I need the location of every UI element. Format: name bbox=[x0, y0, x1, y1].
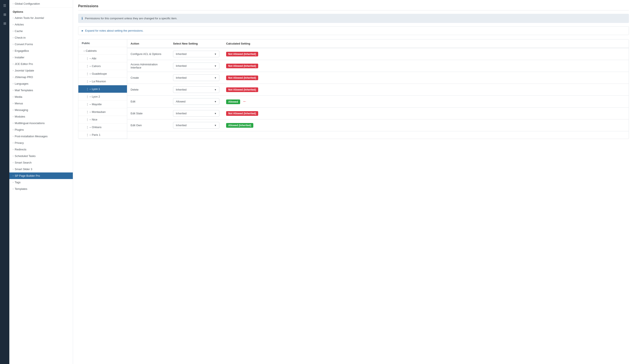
grid-icon-1[interactable]: ⊞ bbox=[1, 10, 9, 18]
select-setting-access-admin[interactable]: Inherited ▼ bbox=[170, 60, 223, 72]
sidebar-item-convert-forms[interactable]: ›Convert Forms bbox=[9, 41, 73, 48]
sidebar-item-plugins[interactable]: ›Plugins bbox=[9, 126, 73, 133]
info-box: ℹ Permissions for this component unless … bbox=[78, 14, 629, 23]
sidebar-item-articles[interactable]: ›Articles bbox=[9, 21, 73, 28]
dropdown-value-create: Inherited bbox=[176, 76, 187, 79]
dropdown-value-edit-state: Inherited bbox=[176, 112, 187, 115]
group-item-albi[interactable]: ⋮ – Albi bbox=[78, 55, 127, 62]
select-setting-configure-acl[interactable]: Inherited ▼ bbox=[170, 48, 223, 60]
chevron-right-icon: › bbox=[13, 82, 13, 85]
sidebar-item-installer[interactable]: ›Installer bbox=[9, 54, 73, 61]
select-setting-edit[interactable]: Allowed ▼ bbox=[170, 96, 223, 108]
sidebar: › Global Configuration Options ›Admin To… bbox=[9, 0, 73, 364]
chevron-right-icon: › bbox=[13, 89, 13, 92]
dropdown-edit[interactable]: Allowed ▼ bbox=[173, 98, 219, 105]
sidebar-item-scheduled-tasks[interactable]: ›Scheduled Tasks bbox=[9, 153, 73, 159]
calculated-setting-delete: Not Allowed (Inherited) bbox=[223, 84, 629, 96]
col-calculated: Calculated Setting bbox=[223, 40, 629, 48]
sidebar-item-messaging[interactable]: ›Messaging bbox=[9, 107, 73, 113]
sidebar-item-joomla-update[interactable]: ›Joomla! Update bbox=[9, 67, 73, 74]
dropdown-configure-acl[interactable]: Inherited ▼ bbox=[173, 51, 219, 57]
badge-delete: Not Allowed (Inherited) bbox=[226, 88, 258, 92]
sidebar-item-admin-tools[interactable]: ›Admin Tools for Joomla! bbox=[9, 15, 73, 21]
table-row: Edit Allowed ▼ Allowed ← bbox=[127, 96, 629, 108]
sidebar-item-label: Multilingual Associations bbox=[15, 122, 45, 125]
sidebar-item-multilingual-associations[interactable]: ›Multilingual Associations bbox=[9, 120, 73, 126]
dropdown-edit-own[interactable]: Inherited ▼ bbox=[173, 122, 219, 128]
info-text: Permissions for this component unless th… bbox=[85, 17, 177, 20]
group-item-la-reunion[interactable]: ⋮ – La Réunion bbox=[78, 78, 127, 85]
select-setting-edit-own[interactable]: Inherited ▼ bbox=[170, 120, 223, 131]
table-row: Create Inherited ▼ Not Allowed (Inherite… bbox=[127, 72, 629, 84]
group-item-nice[interactable]: ⋮ – Nice bbox=[78, 116, 127, 124]
group-item-cahors[interactable]: ⋮ – Cahors bbox=[78, 62, 127, 70]
sidebar-item-modules[interactable]: ›Modules bbox=[9, 113, 73, 120]
dropdown-arrow-create: ▼ bbox=[214, 76, 217, 79]
dropdown-value-delete: Inherited bbox=[176, 88, 187, 91]
group-item-guadeloupe[interactable]: ⋮ – Guadeloupe bbox=[78, 70, 127, 78]
chevron-right-icon: › bbox=[13, 168, 13, 170]
badge-configure-acl: Not Allowed (Inherited) bbox=[226, 52, 258, 56]
calculated-setting-edit: Allowed ← bbox=[223, 96, 629, 108]
sidebar-item-label: Smart Slider 3 bbox=[15, 168, 32, 171]
menu-icon[interactable]: ☰ bbox=[1, 2, 9, 9]
group-item-lyon-2[interactable]: ⋮ – Lyon 2 bbox=[78, 93, 127, 100]
main-content: Permissions ℹ Permissions for this compo… bbox=[73, 0, 634, 364]
sidebar-item-label: Admin Tools for Joomla! bbox=[15, 16, 44, 20]
sidebar-item-engagebox[interactable]: ›EngageBox bbox=[9, 48, 73, 54]
sidebar-item-label: Cache bbox=[15, 30, 23, 33]
group-item-mayotte[interactable]: ⋮ – Mayotte bbox=[78, 100, 127, 108]
group-item-public[interactable]: Public bbox=[78, 40, 127, 47]
sidebar-item-sp-page-builder-pro[interactable]: ›SP Page Builder Pro bbox=[9, 172, 73, 179]
chevron-right-icon: › bbox=[13, 109, 13, 111]
dropdown-delete[interactable]: Inherited ▼ bbox=[173, 86, 219, 93]
dropdown-edit-state[interactable]: Inherited ▼ bbox=[173, 110, 219, 117]
sidebar-item-templates[interactable]: ›Templates bbox=[9, 186, 73, 192]
select-setting-delete[interactable]: Inherited ▼ bbox=[170, 84, 223, 96]
sidebar-item-check-in[interactable]: ›Check-in bbox=[9, 34, 73, 41]
sidebar-item-media[interactable]: ›Media bbox=[9, 94, 73, 100]
sidebar-item-label: Scheduled Tasks bbox=[15, 154, 36, 158]
chevron-right-icon: › bbox=[13, 148, 13, 150]
sidebar-item-label: Plugins bbox=[15, 128, 24, 131]
sidebar-item-privacy[interactable]: ›Privacy bbox=[9, 140, 73, 146]
dropdown-arrow-access-admin: ▼ bbox=[214, 65, 217, 67]
sidebar-items: ›Admin Tools for Joomla!›Articles›Cache›… bbox=[9, 15, 73, 192]
dropdown-value-edit: Allowed bbox=[176, 100, 186, 103]
expand-notes[interactable]: ▶ Expand for notes about setting the per… bbox=[78, 26, 629, 35]
chevron-right-icon: › bbox=[13, 76, 13, 78]
chevron-right-icon: › bbox=[13, 122, 13, 124]
action-label-edit-own: Edit Own bbox=[127, 120, 170, 131]
sidebar-item-smart-slider-3[interactable]: ›Smart Slider 3 bbox=[9, 166, 73, 172]
sidebar-item-menus[interactable]: ›Menus bbox=[9, 100, 73, 107]
sidebar-item-languages[interactable]: ›Languages bbox=[9, 80, 73, 87]
group-item-cabinets[interactable]: – Cabinets bbox=[78, 47, 127, 55]
grid-icon-2[interactable]: ⊞ bbox=[1, 20, 9, 27]
sidebar-item-jce-editor-pro[interactable]: ›JCE Editor Pro bbox=[9, 61, 73, 67]
group-item-montauban[interactable]: ⋮ – Montauban bbox=[78, 108, 127, 116]
chevron-right-icon: › bbox=[13, 63, 13, 65]
sidebar-item-label: Post-installation Messages bbox=[15, 135, 48, 138]
group-item-paris-1[interactable]: ⋮ – Paris 1 bbox=[78, 131, 127, 139]
sidebar-item-redirects[interactable]: ›Redirects bbox=[9, 146, 73, 153]
chevron-right-icon: › bbox=[13, 174, 13, 177]
sidebar-item-cache[interactable]: ›Cache bbox=[9, 28, 73, 34]
dropdown-access-admin[interactable]: Inherited ▼ bbox=[173, 62, 219, 69]
sidebar-item-smart-search[interactable]: ›Smart Search bbox=[9, 159, 73, 166]
select-setting-create[interactable]: Inherited ▼ bbox=[170, 72, 223, 84]
dropdown-arrow-edit: ▼ bbox=[214, 100, 217, 103]
sidebar-item-label: Redirects bbox=[15, 148, 26, 151]
sidebar-item-post-installation-messages[interactable]: ›Post-installation Messages bbox=[9, 133, 73, 140]
sidebar-item-jsitemap-pro[interactable]: ›JSitemap PRO bbox=[9, 74, 73, 80]
badge-access-admin: Not Allowed (Inherited) bbox=[226, 64, 258, 68]
sidebar-item-mail-templates[interactable]: ›Mail Templates bbox=[9, 87, 73, 94]
table-row: Edit Own Inherited ▼ Allowed (Inherited) bbox=[127, 120, 629, 131]
sidebar-item-tags[interactable]: ›Tags bbox=[9, 179, 73, 186]
sidebar-global-config[interactable]: › Global Configuration bbox=[9, 0, 73, 8]
group-item-orleans[interactable]: ⋮ – Orléans bbox=[78, 124, 127, 131]
red-arrow-icon: ← bbox=[243, 99, 247, 104]
select-setting-edit-state[interactable]: Inherited ▼ bbox=[170, 108, 223, 120]
dropdown-create[interactable]: Inherited ▼ bbox=[173, 74, 219, 81]
calculated-setting-edit-own: Allowed (Inherited) bbox=[223, 120, 629, 131]
group-item-lyon-1[interactable]: ⋮ – Lyon 1 bbox=[78, 85, 127, 93]
